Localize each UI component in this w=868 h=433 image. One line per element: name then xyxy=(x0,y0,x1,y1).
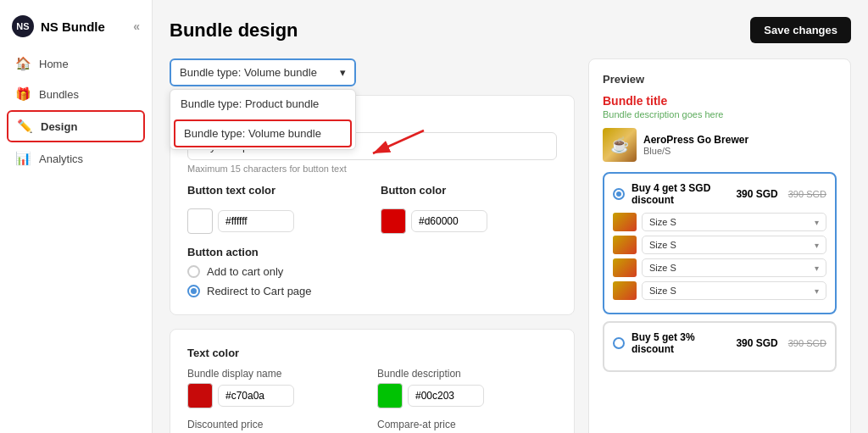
bundle-option-2-label: Buy 5 get 3% discount xyxy=(632,331,729,355)
button-color-label: Button color xyxy=(381,184,557,197)
sidebar: NS NS Bundle « 🏠 Home 🎁 Bundles ✏️ Desig… xyxy=(0,0,153,433)
bundle-option-1-radio xyxy=(613,188,625,200)
preview-panel: Preview Bundle title Bundle description … xyxy=(588,58,851,433)
text-color-grid: Bundle display name Bundle description xyxy=(187,368,557,433)
chevron-down-icon: ▾ xyxy=(340,66,346,79)
sidebar-item-label: Bundles xyxy=(39,88,79,101)
bundle-option-2-header: Buy 5 get 3% discount 390 SGD 390 SGD xyxy=(613,331,826,355)
main-content: Bundle design Save changes Bundle type: … xyxy=(153,0,868,433)
text-color-section-label: Text color xyxy=(187,347,557,359)
button-color-input-row xyxy=(381,208,557,234)
button-text-color-label: Button text color xyxy=(187,184,364,197)
size-row-2: Size S▾ xyxy=(613,236,826,254)
bundle-description-label: Bundle description xyxy=(377,368,557,380)
compare-at-price-label: Compare-at price xyxy=(377,419,557,430)
sidebar-item-design[interactable]: ✏️ Design xyxy=(7,110,145,142)
sidebar-item-analytics[interactable]: 📊 Analytics xyxy=(7,144,145,173)
product-variant: Blue/S xyxy=(643,146,748,156)
bundle-type-dropdown[interactable]: Bundle type: Volume bundle ▾ Bundle type… xyxy=(170,58,356,86)
app-logo: NS NS Bundle « xyxy=(0,10,152,49)
size-select-1[interactable]: Size S▾ xyxy=(642,213,826,231)
logo-icon: NS xyxy=(12,15,34,37)
sidebar-item-bundles[interactable]: 🎁 Bundles xyxy=(7,80,145,108)
bundle-option-1-orig-price: 390 SGD xyxy=(788,189,826,199)
bundle-type-dropdown-wrapper: Bundle type: Volume bundle ▾ Bundle type… xyxy=(170,58,575,86)
bundles-icon: 🎁 xyxy=(15,86,31,102)
bundle-description-swatch[interactable] xyxy=(377,383,403,408)
preview-label: Preview xyxy=(603,73,837,86)
sidebar-nav: 🏠 Home 🎁 Bundles ✏️ Design 📊 Analytics xyxy=(0,49,152,173)
radio-circle-add-to-cart xyxy=(187,265,200,278)
bundle-option-2-radio xyxy=(613,337,625,349)
radio-add-to-cart[interactable]: Add to cart only xyxy=(187,265,557,278)
product-name: AeroPress Go Brewer xyxy=(643,134,748,146)
shoe-thumb-4 xyxy=(613,281,637,300)
bundle-display-name-field[interactable] xyxy=(218,385,294,407)
preview-bundle-title: Bundle title xyxy=(603,94,837,108)
home-icon: 🏠 xyxy=(15,56,31,71)
design-icon: ✏️ xyxy=(17,119,32,134)
text-color-card: Text color Bundle display name Bundle de… xyxy=(170,329,575,433)
shoe-thumb-1 xyxy=(613,213,637,231)
sidebar-item-label: Home xyxy=(39,58,69,70)
dropdown-option-product[interactable]: Bundle type: Product bundle xyxy=(170,90,355,118)
size-select-3[interactable]: Size S▾ xyxy=(642,258,826,277)
sidebar-collapse-button[interactable]: « xyxy=(133,19,140,33)
button-action-group: Button action Add to cart only Redirect … xyxy=(187,246,557,297)
button-color-group: Button color xyxy=(381,184,557,234)
radio-label-redirect: Redirect to Cart page xyxy=(207,285,312,297)
size-row-4: Size S▾ xyxy=(613,281,826,300)
radio-label-add-to-cart: Add to cart only xyxy=(207,265,283,278)
radio-dot-redirect xyxy=(191,288,197,294)
preview-bundle-description: Bundle description goes here xyxy=(603,109,837,119)
button-text-color-swatch[interactable] xyxy=(187,208,213,234)
discounted-price-color-group: Discounted price xyxy=(187,419,367,433)
compare-at-price-color-group: Compare-at price xyxy=(377,419,557,433)
color-row: Button text color Button color xyxy=(187,184,557,234)
button-color-swatch[interactable] xyxy=(381,208,406,234)
button-action-label: Button action xyxy=(187,246,557,258)
bundle-description-input-row xyxy=(377,383,557,408)
bundle-option-2[interactable]: Buy 5 get 3% discount 390 SGD 390 SGD xyxy=(603,321,837,372)
bundle-option-1-header: Buy 4 get 3 SGD discount 390 SGD 390 SGD xyxy=(613,182,826,206)
dropdown-option-volume[interactable]: Bundle type: Volume bundle xyxy=(174,119,352,147)
bundle-option-1-sizes: Size S▾ Size S▾ Size S▾ Size S▾ xyxy=(613,213,826,300)
bundle-option-1-label: Buy 4 get 3 SGD discount xyxy=(632,182,729,206)
size-row-3: Size S▾ xyxy=(613,258,826,277)
sidebar-item-home[interactable]: 🏠 Home xyxy=(7,49,145,78)
bundle-display-name-swatch[interactable] xyxy=(187,383,213,408)
design-left-panel: Bundle type: Volume bundle ▾ Bundle type… xyxy=(170,58,575,433)
bundle-description-field[interactable] xyxy=(408,385,484,407)
bundle-display-name-input-row xyxy=(187,383,367,408)
save-button[interactable]: Save changes xyxy=(750,17,851,43)
button-text-color-group: Button text color xyxy=(187,184,364,234)
size-row-1: Size S▾ xyxy=(613,213,826,231)
shoe-thumb-3 xyxy=(613,258,637,277)
size-select-2[interactable]: Size S▾ xyxy=(642,236,826,254)
page-header: Bundle design Save changes xyxy=(170,17,851,43)
shoe-thumb-2 xyxy=(613,236,637,254)
sidebar-item-label: Design xyxy=(41,120,77,133)
button-text-color-field[interactable] xyxy=(218,210,294,232)
sidebar-item-label: Analytics xyxy=(39,153,83,165)
bundle-option-2-orig-price: 390 SGD xyxy=(788,338,826,348)
dropdown-selected-label: Bundle type: Volume bundle xyxy=(180,66,317,79)
page-title: Bundle design xyxy=(170,19,298,42)
product-thumbnail: ☕ xyxy=(603,128,637,162)
radio-group: Add to cart only Redirect to Cart page xyxy=(187,265,557,297)
bundle-option-2-price: 390 SGD xyxy=(736,337,777,349)
bundle-option-1-price: 390 SGD xyxy=(736,188,777,200)
dropdown-menu: Bundle type: Product bundle Bundle type:… xyxy=(170,89,356,150)
size-select-4[interactable]: Size S▾ xyxy=(642,281,826,300)
bundle-display-name-label: Bundle display name xyxy=(187,368,367,380)
bundle-option-1[interactable]: Buy 4 get 3 SGD discount 390 SGD 390 SGD… xyxy=(603,172,837,314)
preview-product-row: ☕ AeroPress Go Brewer Blue/S xyxy=(603,128,837,162)
analytics-icon: 📊 xyxy=(15,151,31,166)
radio-redirect[interactable]: Redirect to Cart page xyxy=(187,285,557,297)
button-text-color-input-row xyxy=(187,208,364,234)
button-color-field[interactable] xyxy=(411,210,487,232)
bundle-display-name-color-group: Bundle display name xyxy=(187,368,367,408)
product-info: AeroPress Go Brewer Blue/S xyxy=(643,134,748,156)
dropdown-selected[interactable]: Bundle type: Volume bundle ▾ xyxy=(170,58,356,86)
button-text-hint: Maximum 15 characters for button text xyxy=(187,164,557,174)
